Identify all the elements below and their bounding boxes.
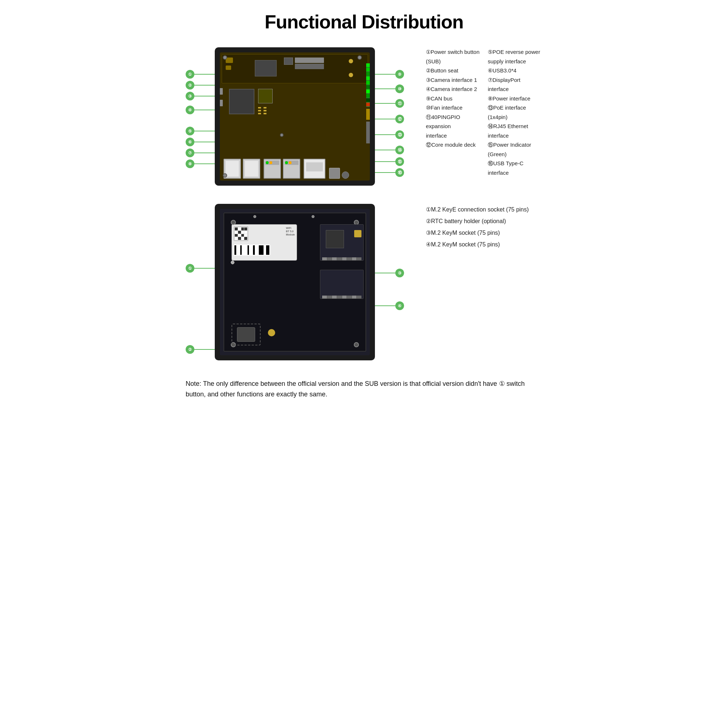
desc-item-13: ⑬PoE interface (1x4pin) [488, 103, 542, 122]
tooth2-8 [357, 295, 361, 298]
gpio-block-green [366, 63, 370, 107]
top-board-desc: ①Power switch button (SUB) ②Button seat … [404, 47, 542, 177]
led-green-3 [366, 72, 370, 76]
rlabel-15: ⑮ [375, 157, 404, 166]
rbadge-13: ⑬ [395, 130, 404, 139]
conn-gray [366, 122, 370, 144]
tooth-1 [322, 257, 327, 260]
desc-item-3: ③Camera interface 1 [426, 75, 480, 85]
badge-1: ① [186, 70, 194, 79]
keym2-teeth [322, 295, 361, 298]
qr-15 [241, 237, 244, 240]
bdesc-3: ③M.2 KeyM socket (75 pins) [426, 227, 542, 239]
rline-9 [375, 74, 395, 75]
desc-item-5: ⑤POE reverse power [488, 47, 542, 57]
tooth-7 [352, 257, 357, 260]
bc-1 [234, 245, 236, 255]
tooth2-3 [332, 295, 337, 298]
desc-item-11: ⑪40PINGPIO expansion [426, 112, 480, 131]
rj45-led-g [266, 161, 269, 164]
desc-item-9: ⑨CAN bus [426, 94, 480, 103]
rbadge-15: ⑮ [395, 157, 404, 166]
note-text: Note: The only difference between the of… [186, 380, 525, 398]
rj45-led2-g [285, 161, 288, 164]
qr-4 [244, 228, 247, 230]
rbadge-11: ⑪ [395, 99, 404, 108]
tooth2-1 [322, 295, 327, 298]
led-green-6 [366, 85, 370, 89]
mount-hole-tl [223, 55, 227, 60]
power-conn [329, 168, 340, 179]
desc-grid: ①Power switch button (SUB) ②Button seat … [426, 47, 542, 177]
qr-10 [238, 234, 241, 237]
bottom-board-section: ① ② [186, 204, 542, 360]
desc-col2: ⑤POE reverse power supply interface ⑥USB… [488, 47, 542, 177]
led-green-5 [366, 81, 370, 84]
brbadge-3: ③ [395, 269, 404, 277]
led-green-1 [366, 63, 370, 67]
dp-inner [306, 162, 323, 171]
res-2 [263, 107, 266, 109]
rlabel-16: ⑯ [375, 168, 404, 177]
rlabel-9: ⑨ [375, 70, 404, 79]
mount-hole-bl [223, 173, 227, 177]
pcb-mid-left [222, 85, 294, 122]
qr-8 [244, 231, 247, 234]
brlabel-4: ④ [375, 301, 404, 310]
right-labels-bottom: ③ ④ [375, 204, 404, 360]
usb-a-1-inner [226, 161, 239, 177]
bc-8 [255, 245, 258, 255]
mount-hole-mid [280, 133, 284, 137]
pcb-base [220, 52, 370, 180]
tooth2-6 [347, 295, 352, 298]
comp-2 [226, 66, 231, 70]
desc-item-8: ⑧Power interface [488, 94, 542, 103]
usb-c [342, 171, 349, 179]
label-4: ④ [186, 106, 215, 114]
res-3 [258, 110, 261, 112]
barcode-area [234, 245, 270, 255]
label-8: ⑧ [186, 159, 215, 168]
label-7: ⑦ [186, 148, 215, 157]
label-2: ② [186, 81, 215, 90]
rbadge-14: ⑭ [395, 145, 404, 154]
line-8 [194, 164, 215, 164]
qr-1 [235, 228, 238, 230]
qr-pattern [234, 227, 248, 241]
bc-10 [264, 245, 266, 255]
desc-item-4: ④Camera interface 2 [426, 84, 480, 94]
rline-11 [375, 103, 395, 104]
qr-16 [244, 237, 247, 240]
tooth2-5 [342, 295, 347, 298]
bbadge-1: ① [186, 264, 194, 273]
led-red-1 [366, 102, 370, 106]
line-1 [194, 74, 215, 75]
keym-chip [326, 230, 344, 248]
res-4 [263, 110, 266, 112]
line-3 [194, 96, 215, 96]
qr-12 [244, 234, 247, 237]
line-2 [194, 85, 215, 86]
right-labels-top: ⑨ ⑩ ⑪ ⑫ ⑬ ⑭ ⑮ ⑯ [375, 47, 404, 186]
bc-4 [242, 245, 247, 255]
res-5 [258, 113, 261, 114]
bottom-connectors [222, 155, 368, 180]
blabel-1: ① [186, 264, 215, 273]
rbadge-12: ⑫ [395, 115, 404, 123]
top-board [215, 47, 375, 186]
bdesc-1: ①M.2 KeyE connection socket (75 pins) [426, 204, 542, 216]
qr-5 [235, 231, 238, 234]
keym-teeth [322, 257, 361, 260]
qr-11 [241, 234, 244, 237]
ant-pad-bl [268, 329, 275, 336]
tooth2-2 [327, 295, 332, 298]
chip-main [255, 60, 277, 76]
chip-large [229, 89, 254, 114]
qr-7 [241, 231, 244, 234]
line-7 [194, 153, 215, 153]
keym-pad [354, 230, 361, 237]
bbadge-2: ② [186, 345, 194, 354]
rbadge-9: ⑨ [395, 70, 404, 79]
mount-bt-1 [231, 220, 236, 225]
top-board-section: ① ② ③ ④ ⑤ ⑥ ⑦ ⑧ [186, 47, 542, 186]
